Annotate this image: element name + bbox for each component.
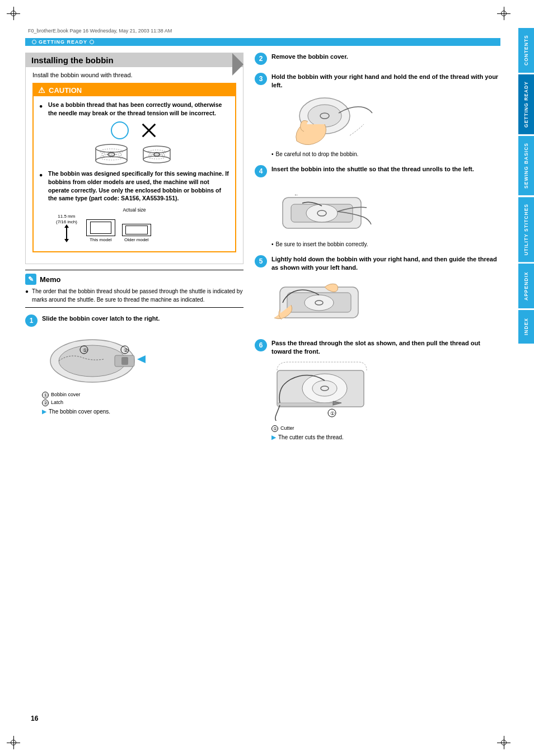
step-1-note-arrow: ▶ bbox=[42, 408, 46, 415]
this-model-box: This model bbox=[86, 219, 115, 242]
step-6-note-text: The cutter cuts the thread. bbox=[278, 434, 344, 440]
memo-title: ✎ Memo bbox=[25, 274, 243, 285]
anno-num-2: ② bbox=[42, 400, 49, 406]
caution-item-1: ● Use a bobbin thread that has been corr… bbox=[39, 101, 229, 117]
step-1: 1 Slide the bobbin cover latch to the ri… bbox=[25, 314, 243, 415]
memo-body: The order that the bobbin thread should … bbox=[32, 287, 243, 304]
install-subtitle: Install the bobbin wound with thread. bbox=[32, 72, 236, 78]
section-header: GETTING READY bbox=[25, 38, 500, 46]
tab-sewing-basics[interactable]: SEWING BASICS bbox=[518, 136, 534, 195]
step-6-header: 6 Pass the thread through the slot as sh… bbox=[255, 339, 500, 356]
caution-text-1: Use a bobbin thread that has been correc… bbox=[48, 101, 229, 117]
two-col-layout: Installing the bobbin Install the bobbin… bbox=[25, 53, 500, 448]
svg-point-35 bbox=[305, 295, 334, 311]
bullet-1: ● bbox=[39, 102, 45, 117]
correct-symbol bbox=[111, 121, 129, 139]
install-title-text: Installing the bobbin bbox=[31, 55, 114, 65]
memo-bullet: ● bbox=[25, 287, 29, 304]
svg-point-9 bbox=[143, 156, 170, 163]
step-3-text: Hold the bobbin with your right hand and… bbox=[271, 73, 500, 90]
tab-appendix[interactable]: APPENDIX bbox=[518, 264, 534, 308]
size-models-row: 11.5 mm (7/16 inch) bbox=[39, 214, 229, 242]
bullet-2: ● bbox=[39, 171, 45, 203]
step-3-note: • Be careful not to drop the bobbin. bbox=[271, 151, 500, 157]
step-5-svg bbox=[271, 276, 378, 329]
step-4-text: Insert the bobbin into the shuttle so th… bbox=[271, 165, 500, 173]
caution-title: CAUTION bbox=[49, 86, 82, 95]
older-model-box: Older model bbox=[122, 224, 151, 242]
svg-text:②: ② bbox=[124, 348, 128, 353]
svg-point-0 bbox=[96, 144, 127, 152]
step-4-circle: 4 bbox=[255, 165, 267, 177]
tab-utility-stitches[interactable]: UTILITY STITCHES bbox=[518, 197, 534, 262]
step-6: 6 Pass the thread through the slot as sh… bbox=[255, 339, 500, 441]
caution-text-2: The bobbin was designed specifically for… bbox=[48, 170, 229, 203]
step-1-circle: 1 bbox=[25, 314, 38, 327]
caution-item-2: ● The bobbin was designed specifically f… bbox=[39, 170, 229, 203]
bobbin-spools bbox=[39, 144, 229, 165]
svg-point-39 bbox=[312, 381, 337, 396]
reg-mark-tr bbox=[497, 7, 510, 20]
size-inch: (7/16 inch) bbox=[56, 219, 77, 225]
step-3-header: 3 Hold the bobbin with your right hand a… bbox=[255, 73, 500, 90]
step-2-circle: 2 bbox=[255, 53, 267, 65]
tab-index[interactable]: INDEX bbox=[518, 310, 534, 344]
anno-num-1: ① bbox=[42, 392, 49, 398]
step-6-note-arrow: ▶ bbox=[271, 434, 276, 440]
install-title: Installing the bobbin bbox=[26, 53, 243, 67]
reg-mark-tl bbox=[7, 7, 20, 20]
this-model-label: This model bbox=[90, 237, 111, 242]
anno-label-latch: Latch bbox=[51, 400, 63, 405]
svg-point-8 bbox=[143, 146, 170, 153]
install-title-arrow bbox=[232, 53, 243, 76]
anno-label-cutter: Cutter bbox=[280, 425, 294, 431]
actual-size-label: Actual size bbox=[39, 207, 229, 213]
svg-text:←: ← bbox=[294, 192, 299, 198]
step-2-text: Remove the bobbin cover. bbox=[271, 53, 500, 61]
tab-getting-ready[interactable]: GETTING READY bbox=[518, 74, 534, 134]
step-4-note-bullet: • bbox=[271, 241, 274, 247]
step-2: 2 Remove the bobbin cover. bbox=[255, 53, 500, 65]
step-4-image: ← bbox=[271, 181, 500, 239]
caution-header: ⚠ CAUTION bbox=[34, 84, 235, 96]
svg-text:①: ① bbox=[330, 411, 335, 416]
step-1-note-text: The bobbin cover opens. bbox=[49, 408, 110, 415]
step-1-header: 1 Slide the bobbin cover latch to the ri… bbox=[25, 314, 243, 327]
step-3-note-text: Be careful not to drop the bobbin. bbox=[276, 151, 359, 157]
bobbin-spool-wrong bbox=[139, 144, 175, 165]
step-6-svg: ① bbox=[271, 359, 378, 421]
step-3-note-bullet: • bbox=[271, 151, 274, 157]
step-4-svg: ← bbox=[271, 181, 378, 237]
step-2-header: 2 Remove the bobbin cover. bbox=[255, 53, 500, 65]
bobbin-diagram bbox=[39, 121, 229, 139]
caution-box: ⚠ CAUTION ● Use a bobbin thread that has… bbox=[32, 83, 236, 252]
older-model-label: Older model bbox=[124, 237, 149, 242]
step-1-text: Slide the bobbin cover latch to the righ… bbox=[42, 314, 243, 323]
tab-contents[interactable]: CONTENTS bbox=[518, 28, 534, 73]
size-mm: 11.5 mm bbox=[58, 214, 75, 219]
memo-title-text: Memo bbox=[40, 275, 61, 284]
step-4-note-text: Be sure to insert the bobbin correctly. bbox=[276, 241, 368, 247]
annotation-latch: ② Latch bbox=[42, 400, 243, 406]
sidebar-tabs: CONTENTS GETTING READY SEWING BASICS UTI… bbox=[518, 28, 534, 344]
step-3-image bbox=[271, 93, 500, 149]
step-5-header: 5 Lightly hold down the bobbin with your… bbox=[255, 255, 500, 273]
reg-mark-br bbox=[497, 736, 510, 749]
step-5-text: Lightly hold down the bobbin with your r… bbox=[271, 255, 500, 273]
anno-label-bobbin-cover: Bobbin cover bbox=[51, 392, 81, 397]
step-4-note: • Be sure to insert the bobbin correctly… bbox=[271, 241, 500, 247]
file-header: F0_brotherE.book Page 16 Wednesday, May … bbox=[25, 28, 500, 34]
svg-rect-19 bbox=[121, 357, 128, 365]
step-5-circle: 5 bbox=[255, 255, 267, 267]
step-6-circle: 6 bbox=[255, 339, 267, 351]
section-header-text: GETTING READY bbox=[39, 39, 87, 45]
step-1-note: ▶ The bobbin cover opens. bbox=[42, 408, 243, 415]
reg-mark-bl bbox=[7, 736, 20, 749]
step-6-text: Pass the thread through the slot as show… bbox=[271, 339, 500, 356]
bobbin-spool-correct bbox=[93, 144, 130, 165]
step-3-svg bbox=[271, 93, 378, 147]
svg-text:①: ① bbox=[83, 348, 87, 353]
step-4: 4 Insert the bobbin into the shuttle so … bbox=[255, 165, 500, 247]
step-3-circle: 3 bbox=[255, 73, 267, 85]
annotation-cutter: ① Cutter bbox=[271, 425, 500, 432]
